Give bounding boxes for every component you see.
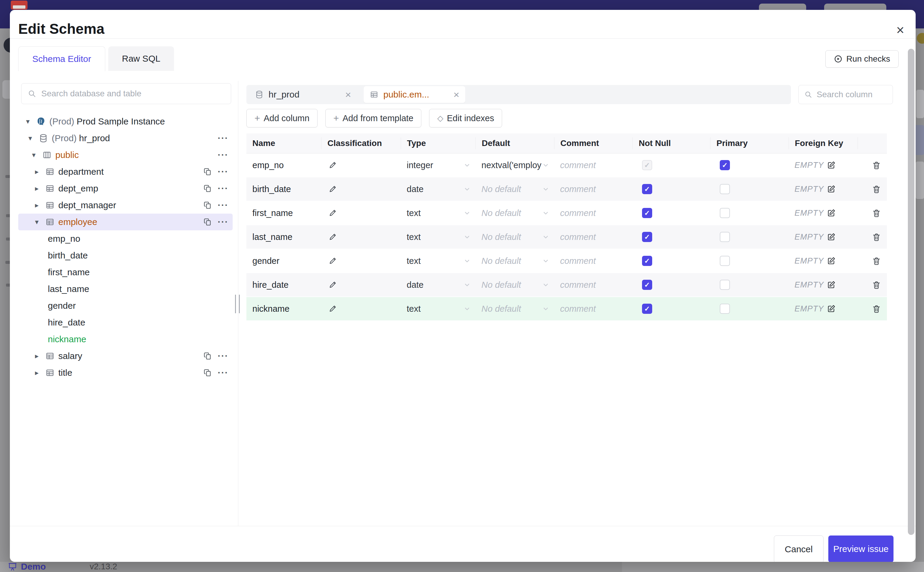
copy-icon[interactable] (203, 201, 212, 210)
delete-column-icon[interactable] (872, 161, 881, 169)
edit-classification-icon[interactable] (329, 161, 338, 169)
more-menu-icon[interactable]: ··· (218, 184, 228, 193)
not-null-checkbox[interactable] (642, 232, 652, 242)
edit-foreign-key-icon[interactable] (827, 208, 836, 218)
tree-item-first-name[interactable]: first_name (18, 264, 233, 281)
delete-column-icon[interactable] (872, 304, 881, 313)
more-menu-icon[interactable]: ··· (218, 168, 228, 176)
primary-checkbox[interactable] (720, 232, 730, 242)
comment-input[interactable]: comment (560, 256, 596, 266)
tree-item-nickname[interactable]: nickname (18, 331, 233, 348)
type-select[interactable]: date (401, 280, 476, 290)
cancel-button[interactable]: Cancel (774, 536, 823, 562)
run-checks-button[interactable]: Run checks (825, 50, 899, 68)
name-cell[interactable]: emp_no (247, 160, 321, 170)
caret-down-icon[interactable]: ▾ (32, 151, 42, 159)
primary-checkbox[interactable] (720, 184, 730, 194)
more-menu-icon[interactable]: ··· (218, 352, 228, 360)
edit-classification-icon[interactable] (329, 208, 338, 218)
tree-item-public[interactable]: ▾public··· (18, 146, 233, 163)
column-search-input[interactable] (816, 89, 893, 99)
tab-schema-editor[interactable]: Schema Editor (18, 47, 105, 71)
edit-classification-icon[interactable] (329, 280, 338, 289)
not-null-checkbox[interactable] (642, 208, 652, 218)
caret-right-icon[interactable]: ▸ (35, 368, 45, 377)
caret-right-icon[interactable]: ▸ (35, 352, 45, 360)
add-from-template-button[interactable]: +Add from template (326, 109, 422, 127)
more-menu-icon[interactable]: ··· (218, 368, 228, 377)
name-cell[interactable]: last_name (247, 232, 321, 242)
comment-input[interactable]: comment (560, 208, 596, 218)
delete-column-icon[interactable] (872, 185, 881, 194)
caret-down-icon[interactable]: ▾ (26, 117, 36, 126)
edit-foreign-key-icon[interactable] (827, 161, 836, 169)
not-null-checkbox[interactable] (642, 304, 652, 314)
name-cell[interactable]: birth_date (247, 184, 321, 194)
delete-column-icon[interactable] (872, 256, 881, 265)
primary-checkbox[interactable] (720, 160, 730, 170)
default-select[interactable]: No default (476, 184, 554, 194)
edit-foreign-key-icon[interactable] (827, 232, 836, 241)
tree-item-last-name[interactable]: last_name (18, 281, 233, 297)
close-tab-icon[interactable]: × (345, 90, 351, 99)
editor-tab-public-em[interactable]: public.em...× (364, 86, 465, 103)
not-null-checkbox[interactable] (642, 280, 652, 290)
edit-classification-icon[interactable] (329, 232, 338, 241)
copy-icon[interactable] (203, 352, 212, 360)
type-select[interactable]: text (401, 232, 476, 242)
type-select[interactable]: date (401, 184, 476, 194)
type-select[interactable]: text (401, 256, 476, 266)
primary-checkbox[interactable] (720, 208, 730, 218)
tree-item-hr-prod[interactable]: ▾(Prod)hr_prod··· (18, 130, 233, 146)
tree-item-title[interactable]: ▸title··· (18, 364, 233, 381)
type-select[interactable]: text (401, 208, 476, 218)
delete-column-icon[interactable] (872, 280, 881, 289)
comment-input[interactable]: comment (560, 232, 596, 242)
tree-item-hire-date[interactable]: hire_date (18, 314, 233, 331)
comment-input[interactable]: comment (560, 304, 596, 314)
edit-classification-icon[interactable] (329, 185, 338, 194)
more-menu-icon[interactable]: ··· (218, 201, 228, 210)
copy-icon[interactable] (203, 368, 212, 377)
name-cell[interactable]: nickname (247, 304, 321, 314)
tree-item-prod-sample-instance[interactable]: ▾(Prod)Prod Sample Instance (18, 113, 233, 130)
copy-icon[interactable] (203, 168, 212, 176)
type-select[interactable]: text (401, 304, 476, 314)
caret-right-icon[interactable]: ▸ (35, 168, 45, 176)
comment-input[interactable]: comment (560, 280, 596, 290)
caret-down-icon[interactable]: ▾ (35, 218, 45, 226)
preview-issue-button[interactable]: Preview issue (828, 536, 893, 562)
tree-item-birth-date[interactable]: birth_date (18, 247, 233, 264)
tab-raw-sql[interactable]: Raw SQL (108, 47, 174, 71)
delete-column-icon[interactable] (872, 232, 881, 241)
name-cell[interactable]: first_name (247, 208, 321, 218)
delete-column-icon[interactable] (872, 208, 881, 218)
tree-item-emp-no[interactable]: emp_no (18, 230, 233, 247)
more-menu-icon[interactable]: ··· (218, 134, 228, 142)
edit-foreign-key-icon[interactable] (827, 280, 836, 289)
edit-classification-icon[interactable] (329, 304, 338, 313)
name-cell[interactable]: hire_date (247, 280, 321, 290)
comment-input[interactable]: comment (560, 184, 596, 194)
tree-item-dept-emp[interactable]: ▸dept_emp··· (18, 180, 233, 197)
tree-item-salary[interactable]: ▸salary··· (18, 348, 233, 364)
modal-scrollbar[interactable] (908, 49, 915, 535)
type-select[interactable]: integer (401, 160, 476, 170)
edit-indexes-button[interactable]: ◇Edit indexes (429, 109, 502, 127)
more-menu-icon[interactable]: ··· (218, 218, 228, 226)
default-select[interactable]: No default (476, 232, 554, 242)
edit-foreign-key-icon[interactable] (827, 185, 836, 194)
close-icon[interactable]: × (896, 23, 904, 37)
tree-item-gender[interactable]: gender (18, 297, 233, 314)
edit-foreign-key-icon[interactable] (827, 304, 836, 313)
edit-classification-icon[interactable] (329, 256, 338, 265)
more-menu-icon[interactable]: ··· (218, 151, 228, 159)
close-tab-icon[interactable]: × (453, 90, 459, 99)
default-select[interactable]: No default (476, 280, 554, 290)
editor-tab-hr-prod[interactable]: hr_prod× (249, 86, 357, 103)
caret-right-icon[interactable]: ▸ (35, 201, 45, 210)
add-column-button[interactable]: +Add column (247, 109, 318, 127)
default-select[interactable]: No default (476, 304, 554, 314)
default-select[interactable]: nextval('employ (476, 160, 554, 170)
edit-foreign-key-icon[interactable] (827, 256, 836, 265)
